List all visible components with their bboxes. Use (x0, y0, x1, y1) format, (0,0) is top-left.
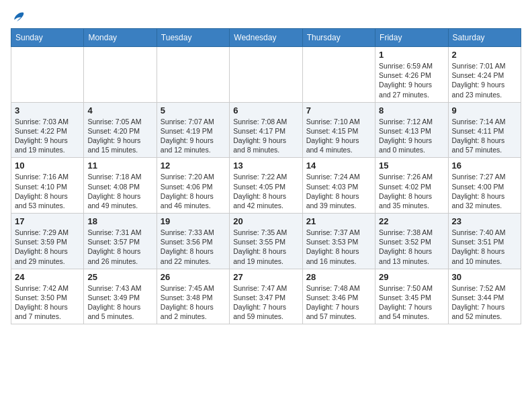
day-number: 19 (161, 216, 226, 226)
day-number: 5 (161, 105, 226, 116)
calendar-cell: 27Sunrise: 7:47 AM Sunset: 3:47 PM Dayli… (230, 269, 302, 324)
weekday-header-cell: Sunday (11, 29, 84, 47)
day-info: Sunrise: 7:43 AM Sunset: 3:49 PM Dayligh… (87, 283, 152, 322)
calendar-cell: 17Sunrise: 7:29 AM Sunset: 3:59 PM Dayli… (11, 214, 84, 269)
weekday-header-cell: Friday (375, 29, 448, 47)
calendar-cell (302, 47, 375, 103)
calendar-table: SundayMondayTuesdayWednesdayThursdayFrid… (11, 28, 521, 324)
calendar-cell: 1Sunrise: 6:59 AM Sunset: 4:26 PM Daylig… (375, 47, 448, 103)
day-number: 20 (233, 216, 298, 226)
day-info: Sunrise: 7:38 AM Sunset: 3:52 PM Dayligh… (379, 228, 444, 266)
day-info: Sunrise: 7:50 AM Sunset: 3:45 PM Dayligh… (379, 283, 444, 322)
calendar-cell: 6Sunrise: 7:08 AM Sunset: 4:17 PM Daylig… (230, 102, 302, 158)
calendar-cell: 12Sunrise: 7:20 AM Sunset: 4:06 PM Dayli… (157, 158, 229, 214)
calendar-cell: 24Sunrise: 7:42 AM Sunset: 3:50 PM Dayli… (11, 269, 84, 324)
calendar-cell: 21Sunrise: 7:37 AM Sunset: 3:53 PM Dayli… (302, 214, 375, 269)
calendar-week-row: 10Sunrise: 7:16 AM Sunset: 4:10 PM Dayli… (11, 158, 521, 214)
calendar-cell: 25Sunrise: 7:43 AM Sunset: 3:49 PM Dayli… (84, 269, 157, 324)
day-info: Sunrise: 7:48 AM Sunset: 3:46 PM Dayligh… (306, 283, 371, 322)
day-number: 6 (233, 105, 298, 116)
day-number: 16 (452, 161, 517, 171)
calendar-cell: 9Sunrise: 7:14 AM Sunset: 4:11 PM Daylig… (448, 102, 521, 158)
day-info: Sunrise: 7:24 AM Sunset: 4:03 PM Dayligh… (306, 172, 371, 210)
day-number: 26 (161, 272, 226, 282)
day-info: Sunrise: 7:45 AM Sunset: 3:48 PM Dayligh… (161, 283, 226, 322)
day-info: Sunrise: 7:07 AM Sunset: 4:19 PM Dayligh… (161, 117, 226, 155)
calendar-cell: 20Sunrise: 7:35 AM Sunset: 3:55 PM Dayli… (230, 214, 302, 269)
day-number: 27 (233, 272, 298, 282)
calendar-cell: 29Sunrise: 7:50 AM Sunset: 3:45 PM Dayli… (375, 269, 448, 324)
calendar-cell: 7Sunrise: 7:10 AM Sunset: 4:15 PM Daylig… (302, 102, 375, 158)
day-number: 23 (452, 216, 517, 226)
calendar-cell: 13Sunrise: 7:22 AM Sunset: 4:05 PM Dayli… (230, 158, 302, 214)
weekday-header-row: SundayMondayTuesdayWednesdayThursdayFrid… (11, 29, 521, 47)
page-header (11, 11, 521, 23)
day-number: 9 (452, 105, 517, 116)
day-info: Sunrise: 7:31 AM Sunset: 3:57 PM Dayligh… (87, 228, 152, 266)
day-info: Sunrise: 7:01 AM Sunset: 4:24 PM Dayligh… (452, 61, 517, 99)
weekday-header-cell: Saturday (448, 29, 521, 47)
day-info: Sunrise: 7:27 AM Sunset: 4:00 PM Dayligh… (452, 172, 517, 210)
day-info: Sunrise: 7:29 AM Sunset: 3:59 PM Dayligh… (15, 228, 80, 266)
calendar-cell (157, 47, 229, 103)
calendar-cell (84, 47, 157, 103)
day-number: 18 (87, 216, 152, 226)
calendar-cell (230, 47, 302, 103)
day-number: 8 (379, 105, 444, 116)
logo (11, 11, 24, 23)
day-number: 7 (306, 105, 371, 116)
day-info: Sunrise: 7:16 AM Sunset: 4:10 PM Dayligh… (15, 172, 80, 210)
logo-bird-icon (12, 11, 24, 23)
calendar-cell: 11Sunrise: 7:18 AM Sunset: 4:08 PM Dayli… (84, 158, 157, 214)
weekday-header-cell: Tuesday (157, 29, 229, 47)
day-info: Sunrise: 7:47 AM Sunset: 3:47 PM Dayligh… (233, 283, 298, 322)
calendar-cell: 23Sunrise: 7:40 AM Sunset: 3:51 PM Dayli… (448, 214, 521, 269)
calendar-week-row: 3Sunrise: 7:03 AM Sunset: 4:22 PM Daylig… (11, 102, 521, 158)
calendar-cell (11, 47, 84, 103)
day-number: 15 (379, 161, 444, 171)
weekday-header-cell: Wednesday (230, 29, 302, 47)
calendar-cell: 2Sunrise: 7:01 AM Sunset: 4:24 PM Daylig… (448, 47, 521, 103)
day-number: 1 (379, 50, 444, 60)
day-info: Sunrise: 7:40 AM Sunset: 3:51 PM Dayligh… (452, 228, 517, 266)
weekday-header-cell: Monday (84, 29, 157, 47)
day-number: 2 (452, 50, 517, 60)
day-info: Sunrise: 7:22 AM Sunset: 4:05 PM Dayligh… (233, 172, 298, 210)
day-info: Sunrise: 7:14 AM Sunset: 4:11 PM Dayligh… (452, 117, 517, 155)
calendar-cell: 10Sunrise: 7:16 AM Sunset: 4:10 PM Dayli… (11, 158, 84, 214)
day-number: 11 (87, 161, 152, 171)
day-number: 28 (306, 272, 371, 282)
day-info: Sunrise: 7:10 AM Sunset: 4:15 PM Dayligh… (306, 117, 371, 155)
calendar-week-row: 24Sunrise: 7:42 AM Sunset: 3:50 PM Dayli… (11, 269, 521, 324)
calendar-cell: 14Sunrise: 7:24 AM Sunset: 4:03 PM Dayli… (302, 158, 375, 214)
day-number: 29 (379, 272, 444, 282)
calendar-cell: 18Sunrise: 7:31 AM Sunset: 3:57 PM Dayli… (84, 214, 157, 269)
calendar-body: 1Sunrise: 6:59 AM Sunset: 4:26 PM Daylig… (11, 47, 521, 324)
day-number: 14 (306, 161, 371, 171)
day-info: Sunrise: 7:12 AM Sunset: 4:13 PM Dayligh… (379, 117, 444, 155)
calendar-cell: 19Sunrise: 7:33 AM Sunset: 3:56 PM Dayli… (157, 214, 229, 269)
day-number: 10 (15, 161, 80, 171)
calendar-cell: 4Sunrise: 7:05 AM Sunset: 4:20 PM Daylig… (84, 102, 157, 158)
day-info: Sunrise: 7:33 AM Sunset: 3:56 PM Dayligh… (161, 228, 226, 266)
day-number: 12 (161, 161, 226, 171)
calendar-cell: 5Sunrise: 7:07 AM Sunset: 4:19 PM Daylig… (157, 102, 229, 158)
calendar-cell: 3Sunrise: 7:03 AM Sunset: 4:22 PM Daylig… (11, 102, 84, 158)
day-info: Sunrise: 7:35 AM Sunset: 3:55 PM Dayligh… (233, 228, 298, 266)
calendar-cell: 15Sunrise: 7:26 AM Sunset: 4:02 PM Dayli… (375, 158, 448, 214)
day-number: 25 (87, 272, 152, 282)
weekday-header-cell: Thursday (302, 29, 375, 47)
calendar-cell: 8Sunrise: 7:12 AM Sunset: 4:13 PM Daylig… (375, 102, 448, 158)
day-info: Sunrise: 7:08 AM Sunset: 4:17 PM Dayligh… (233, 117, 298, 155)
day-info: Sunrise: 7:18 AM Sunset: 4:08 PM Dayligh… (87, 172, 152, 210)
day-info: Sunrise: 7:05 AM Sunset: 4:20 PM Dayligh… (87, 117, 152, 155)
day-info: Sunrise: 7:03 AM Sunset: 4:22 PM Dayligh… (15, 117, 80, 155)
calendar-cell: 22Sunrise: 7:38 AM Sunset: 3:52 PM Dayli… (375, 214, 448, 269)
day-number: 13 (233, 161, 298, 171)
day-info: Sunrise: 6:59 AM Sunset: 4:26 PM Dayligh… (379, 61, 444, 99)
calendar-cell: 28Sunrise: 7:48 AM Sunset: 3:46 PM Dayli… (302, 269, 375, 324)
day-number: 3 (15, 105, 80, 116)
calendar-cell: 30Sunrise: 7:52 AM Sunset: 3:44 PM Dayli… (448, 269, 521, 324)
calendar-cell: 26Sunrise: 7:45 AM Sunset: 3:48 PM Dayli… (157, 269, 229, 324)
day-number: 22 (379, 216, 444, 226)
